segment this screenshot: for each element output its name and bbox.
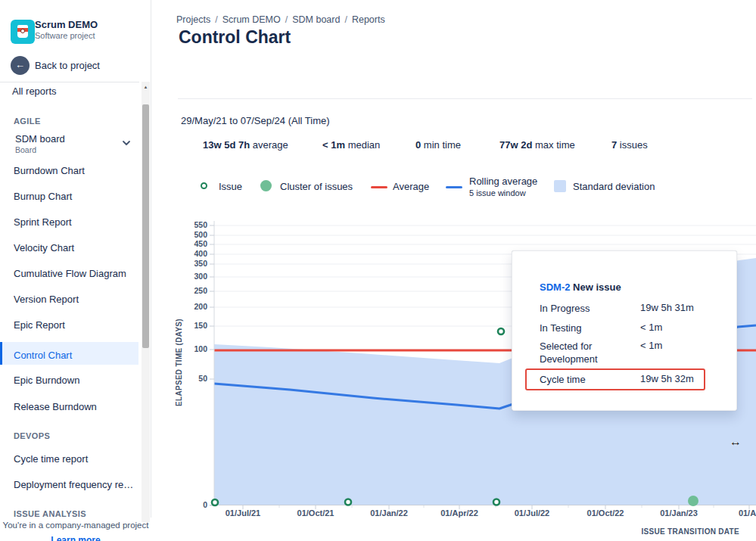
- tooltip-row-label: Selected for Development: [540, 340, 629, 365]
- board-selector-sub: Board: [15, 145, 36, 154]
- legend-issue-label: Issue: [219, 181, 242, 192]
- y-tick: 400: [174, 249, 207, 258]
- sidebar-item-velocity-chart[interactable]: Velocity Chart: [14, 242, 74, 253]
- y-tick: 150: [174, 321, 207, 330]
- breadcrumb-projects[interactable]: Projects: [176, 14, 210, 25]
- chevron-down-icon[interactable]: [121, 138, 132, 148]
- tooltip-title: SDM-2 New issue: [540, 281, 621, 293]
- tooltip-row-value: < 1m: [640, 340, 662, 351]
- scrollbar-up-icon[interactable]: ▲: [142, 82, 150, 92]
- scrollbar-thumb[interactable]: [142, 104, 149, 348]
- issue-tooltip: SDM-2 New issue In Progress 19w 5h 31m I…: [512, 250, 737, 411]
- horizontal-resize-cursor-icon: ↔: [730, 435, 742, 449]
- sidebar-item-release-burndown[interactable]: Release Burndown: [14, 401, 97, 412]
- sidebar-section-devops: DEVOPS: [14, 431, 50, 440]
- x-tick: 01/Jul/21: [216, 508, 269, 518]
- breadcrumb-board[interactable]: SDM board: [292, 14, 340, 25]
- issue-point[interactable]: [345, 499, 351, 505]
- sidebar-section-agile: AGILE: [14, 117, 41, 126]
- issue-point[interactable]: [498, 328, 504, 334]
- issue-title: New issue: [573, 281, 621, 293]
- issue-point[interactable]: [493, 499, 499, 505]
- issue-key-link[interactable]: SDM-2: [540, 281, 570, 293]
- x-tick: 01/Apr/22: [433, 508, 486, 518]
- project-type: Software project: [35, 31, 95, 40]
- y-tick: 450: [174, 239, 207, 248]
- legend-rolling-average-sub: 5 issue window: [469, 188, 526, 197]
- x-axis-title: ISSUE TRANSITION DATE: [641, 527, 739, 536]
- x-tick: 01/Apr: [725, 508, 756, 518]
- tooltip-row-label: Cycle time: [540, 373, 629, 386]
- legend-cluster-icon: [260, 180, 272, 191]
- x-tick: 01/Oct/21: [289, 508, 342, 518]
- sidebar-item-burndown-chart[interactable]: Burndown Chart: [14, 165, 85, 176]
- sidebar-item-control-chart[interactable]: Control Chart: [14, 350, 72, 361]
- y-tick: 50: [174, 374, 207, 383]
- y-tick: 550: [174, 220, 207, 229]
- legend-stddev-icon: [554, 180, 566, 192]
- y-tick: 300: [174, 272, 207, 281]
- sidebar-item-deployment-frequency[interactable]: Deployment frequency re…: [14, 479, 133, 490]
- breadcrumb: Projects/Scrum DEMO/SDM board/Reports: [176, 14, 385, 25]
- legend-average-label: Average: [393, 181, 429, 192]
- tooltip-row-label: In Progress: [540, 302, 629, 315]
- y-tick: 250: [174, 286, 207, 295]
- back-to-project-link[interactable]: Back to project: [35, 60, 100, 71]
- y-tick: 0: [174, 500, 207, 509]
- stat-median: < 1m median: [322, 139, 380, 151]
- stat-average: 13w 5d 7h average: [203, 139, 288, 151]
- sidebar-footer: You're in a company-managed project Lear…: [0, 518, 151, 541]
- tooltip-row-label: In Testing: [540, 322, 629, 334]
- x-tick: 01/Oct/22: [579, 508, 632, 518]
- page-title: Control Chart: [179, 27, 291, 48]
- coffee-cup-icon: [17, 25, 28, 38]
- y-axis-title: ELAPSED TIME (DAYS): [175, 302, 185, 423]
- sidebar-item-version-report[interactable]: Version Report: [14, 294, 79, 305]
- y-tick: 350: [174, 259, 207, 268]
- sidebar-scrollbar[interactable]: ▲: [142, 82, 150, 522]
- legend-rolling-average-label: Rolling average: [469, 176, 537, 187]
- sidebar-divider: [0, 82, 139, 82]
- sidebar-item-cumulative-flow-diagram[interactable]: Cumulative Flow Diagram: [14, 268, 126, 279]
- legend-stddev-label: Standard deviation: [573, 181, 655, 192]
- sidebar-item-sprint-report[interactable]: Sprint Report: [14, 216, 72, 228]
- sidebar-item-all-reports[interactable]: All reports: [12, 86, 57, 97]
- stat-issues: 7 issues: [611, 139, 648, 151]
- x-tick: 01/Jan/23: [652, 508, 705, 518]
- sidebar-item-epic-report[interactable]: Epic Report: [14, 319, 65, 331]
- sidebar-item-cycle-time-report[interactable]: Cycle time report: [14, 453, 88, 465]
- sidebar-item-burnup-chart[interactable]: Burnup Chart: [14, 191, 72, 202]
- tooltip-row-value: < 1m: [640, 322, 662, 333]
- issue-point[interactable]: [212, 499, 218, 505]
- breadcrumb-project[interactable]: Scrum DEMO: [222, 14, 281, 25]
- legend-cluster-label: Cluster of issues: [280, 181, 353, 192]
- project-name: Scrum DEMO: [35, 19, 98, 30]
- project-type-note: You're in a company-managed project: [0, 521, 151, 530]
- legend-issue-icon: [201, 182, 207, 189]
- project-avatar-icon: [11, 20, 35, 44]
- board-selector[interactable]: SDM board: [15, 133, 65, 145]
- x-tick: 01/Jul/22: [506, 508, 558, 518]
- sidebar-item-epic-burndown[interactable]: Epic Burndown: [14, 375, 79, 386]
- x-tick: 01/Jan/22: [362, 508, 415, 518]
- stat-max-time: 77w 2d max time: [499, 139, 575, 151]
- tooltip-row-value: 19w 5h 31m: [640, 302, 694, 313]
- legend-rolling-average-icon: [446, 186, 462, 188]
- header-divider: [178, 98, 752, 99]
- y-tick: 100: [174, 344, 207, 353]
- back-arrow-icon[interactable]: ←: [11, 56, 30, 75]
- control-chart-page: Scrum DEMO Software project ← Back to pr…: [0, 0, 756, 541]
- legend-average-icon: [371, 186, 387, 188]
- report-date-range: 29/May/21 to 07/Sep/24 (All Time): [181, 115, 330, 126]
- sidebar: Scrum DEMO Software project ← Back to pr…: [0, 0, 151, 541]
- learn-more-link[interactable]: Learn more: [0, 535, 151, 541]
- y-tick: 200: [174, 302, 207, 311]
- breadcrumb-reports[interactable]: Reports: [352, 14, 385, 25]
- tooltip-row-value: 19w 5h 32m: [640, 373, 694, 384]
- y-tick: 500: [174, 230, 207, 239]
- stat-min-time: 0 min time: [415, 139, 461, 151]
- issue-cluster-point[interactable]: [688, 496, 698, 506]
